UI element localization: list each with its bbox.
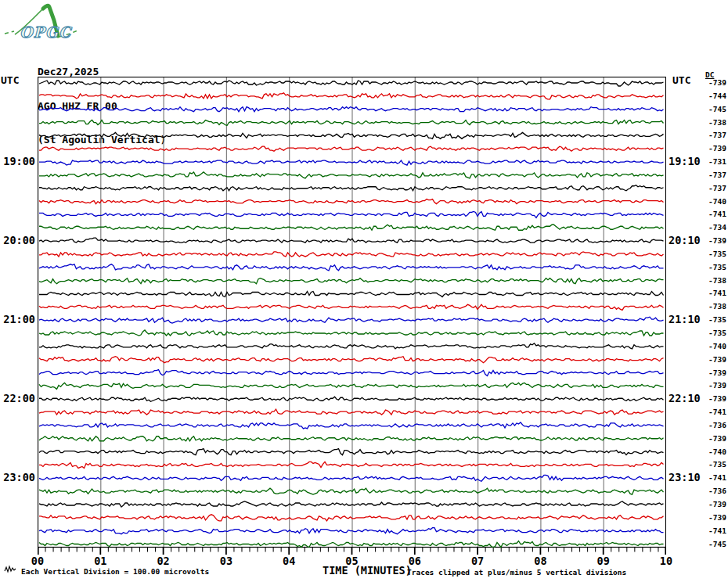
opgc-logo: OPGC (3, 2, 80, 43)
dc-value: -738 (701, 276, 726, 285)
trace-line (39, 264, 664, 271)
trace-line (39, 252, 664, 257)
dc-value: -738 (701, 302, 726, 311)
trace-line (39, 304, 664, 310)
x-tick-label: 10 (654, 555, 678, 566)
trace-line (39, 160, 664, 165)
trace-line (39, 238, 664, 242)
helicorder-plot (38, 77, 666, 557)
clip-note: Traces clipped at plus/minus 5 vertical … (407, 568, 626, 577)
x-tick-label: 04 (277, 555, 301, 566)
trace-line (39, 462, 664, 468)
trace-line (39, 409, 664, 415)
dc-value: -741 (701, 526, 726, 535)
dc-value: -735 (701, 460, 726, 469)
trace-line (39, 501, 664, 507)
trace-line (39, 107, 664, 112)
dc-value: -739 (701, 78, 726, 87)
trace-line (39, 81, 664, 86)
dc-value: -741 (701, 473, 726, 482)
x-axis-title: TIME (MINUTES) (323, 564, 412, 577)
trace-line (39, 291, 664, 296)
hour-label-left: 23:00 (0, 472, 35, 483)
trace-line (39, 185, 664, 191)
logo-text: OPGC (20, 23, 73, 41)
dc-value: -735 (701, 263, 726, 271)
trace-line (39, 528, 664, 534)
dc-value: -741 (701, 289, 726, 297)
dc-value: -739 (701, 513, 726, 522)
trace-line (39, 436, 664, 441)
dc-value: -734 (701, 223, 726, 232)
dc-value: -735 (701, 315, 726, 324)
dc-value: -736 (701, 421, 726, 429)
trace-line (39, 199, 664, 204)
utc-label-left: UTC (1, 74, 19, 86)
utc-label-right: UTC (672, 74, 690, 86)
dc-value: -741 (701, 210, 726, 218)
hour-label-left: 19:00 (0, 156, 35, 167)
hour-label-left: 21:00 (0, 314, 35, 325)
wiggle-icon (4, 565, 17, 573)
dc-value: -739 (701, 500, 726, 508)
trace-line (39, 370, 664, 376)
dc-value: -745 (701, 540, 726, 548)
x-tick-label: 08 (528, 555, 552, 566)
trace-line (39, 172, 664, 178)
dc-value: -741 (701, 408, 726, 416)
dc-value: -745 (701, 105, 726, 113)
helicorder-page: OPGC Dec27,2025 AGO HHZ FR 00 (St Agouli… (0, 0, 728, 582)
trace-line (39, 120, 664, 126)
dc-value: -740 (701, 447, 726, 456)
trace-line (39, 515, 664, 521)
x-tick-label: 00 (26, 555, 49, 566)
trace-line (39, 211, 664, 217)
trace-line (39, 397, 664, 401)
trace-line (39, 93, 664, 99)
scale-note: Each Vertical Division = 100.00 microvol… (21, 567, 209, 576)
dc-value: -735 (701, 329, 726, 337)
dc-value: -735 (701, 250, 726, 258)
trace-line (39, 278, 664, 284)
trace-line (39, 317, 664, 323)
trace-line (39, 449, 664, 455)
trace-line (39, 357, 664, 363)
trace-line (39, 475, 664, 481)
trace-line (39, 383, 664, 389)
dc-value: -731 (701, 157, 726, 166)
x-tick-label: 09 (592, 555, 615, 566)
hour-label-left: 20:00 (0, 235, 35, 246)
dc-value: -739 (701, 355, 726, 364)
dc-value: -740 (701, 197, 726, 206)
logo-dash-left (5, 31, 14, 34)
dc-value: -739 (701, 394, 726, 403)
dc-value: -739 (701, 144, 726, 153)
dc-value: -739 (701, 236, 726, 245)
dc-value: -736 (701, 487, 726, 495)
trace-line (39, 541, 664, 548)
trace-line (39, 146, 664, 151)
trace-line (39, 422, 664, 429)
trace-line (39, 343, 664, 349)
dc-value: -737 (701, 131, 726, 139)
x-tick-label: 07 (466, 555, 489, 566)
x-tick-label: 03 (214, 555, 238, 566)
dc-value: -739 (701, 434, 726, 443)
dc-value: -737 (701, 171, 726, 179)
hour-label-left: 22:00 (0, 393, 35, 404)
dc-value: -739 (701, 381, 726, 390)
x-tick-label: 01 (88, 555, 112, 566)
dc-value: -738 (701, 118, 726, 127)
dc-value: -740 (701, 342, 726, 350)
trace-line (39, 225, 664, 230)
dc-value: -737 (701, 184, 726, 192)
trace-line (39, 330, 664, 336)
trace-line (39, 488, 664, 494)
trace-line (39, 132, 664, 138)
dc-value: -744 (701, 92, 726, 100)
x-tick-label: 02 (152, 555, 175, 566)
dc-value: -739 (701, 368, 726, 377)
